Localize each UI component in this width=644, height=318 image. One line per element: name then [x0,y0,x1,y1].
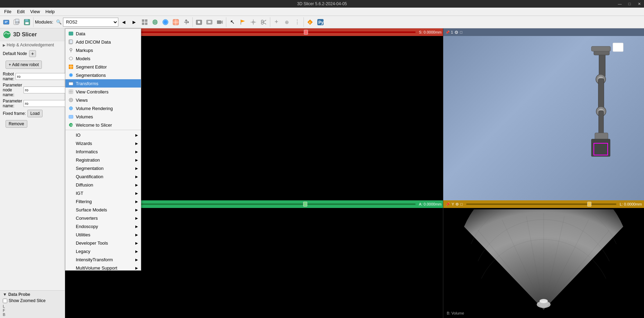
svg-rect-20 [208,21,211,23]
menu-item-wizards[interactable]: Wizards [65,139,141,147]
menu-edit[interactable]: Edit [14,8,27,15]
add-node-button[interactable]: + [29,50,36,57]
yellow-slice-slider-handle[interactable] [587,202,591,207]
svg-rect-68 [595,133,608,140]
menu-item-segmentation[interactable]: Segmentation [65,164,141,172]
more-button[interactable]: ⋮ [292,17,302,27]
green-slice-slider-handle[interactable] [303,202,307,207]
menu-item-converters[interactable]: Converters [65,214,141,222]
svg-text:W: W [70,124,73,127]
menu-item-registration[interactable]: Registration [65,156,141,164]
show-zoomed-checkbox[interactable] [3,299,7,303]
menu-item-views[interactable]: Views [65,96,141,104]
close-button[interactable]: ✕ [634,0,644,8]
menu-item-dicom[interactable]: Add DICOM Data [65,38,141,46]
menu-item-legacy[interactable]: Legacy [65,247,141,255]
menu-item-utilities[interactable]: Utilities [65,230,141,239]
modules-search-button[interactable]: 🔍 [55,19,62,26]
menu-file[interactable]: File [1,8,14,15]
views-icon [68,97,74,103]
load-data-button[interactable] [1,17,11,27]
transform-button[interactable] [181,17,191,27]
menu-item-view-controllers[interactable]: View Controllers [65,88,141,96]
robot-name-label: Robot name: [3,72,14,81]
yellow-slice-header: 📌 Y ⚙ □ L: 0.0000mm [443,200,644,208]
ultrasound-fan-svg [450,209,637,317]
seg-button[interactable] [171,17,181,27]
3d-settings-icon[interactable]: ⚙ [454,30,459,35]
param-node-row: Parameter node name: [0,82,65,98]
nav-back-button[interactable]: ◀ [119,17,129,27]
python-button[interactable]: Py [316,17,325,27]
svg-text:Py: Py [318,20,324,25]
menu-item-segment-editor[interactable]: Segment Editor [65,63,141,71]
pointer-button[interactable]: ↖ [228,17,237,27]
robot-name-input[interactable] [16,73,66,80]
menu-item-welcome[interactable]: W Welcome to Slicer [65,121,141,129]
3d-view-content[interactable] [443,36,644,200]
menu-item-volume-rendering[interactable]: Volume Rendering [65,104,141,112]
fixed-frame-label: Fixed frame: [3,111,26,116]
menu-item-data[interactable]: Data [65,29,141,38]
volume-button[interactable] [161,17,170,27]
transforms-icon [68,81,74,86]
menu-item-developer-tools[interactable]: Developer Tools [65,239,141,247]
menu-help[interactable]: Help [43,8,57,15]
video-button[interactable] [215,17,225,27]
add-robot-btn-area: + Add new robot [3,59,62,70]
menu-item-igt[interactable]: IGT [65,189,141,197]
flag-button[interactable] [238,17,248,27]
menu-item-markups[interactable]: Markups [65,46,141,54]
save-button[interactable] [22,17,32,27]
extensions-button[interactable]: E [305,17,315,27]
menu-item-models[interactable]: Models [65,54,141,63]
menu-view[interactable]: View [27,8,43,15]
plus-button[interactable]: + [272,17,281,27]
yellow-slice-value: L: 0.0000mm [620,202,642,206]
svg-point-18 [198,21,200,24]
view-controllers-icon [68,89,74,94]
menu-item-volumes[interactable]: Volumes [65,112,141,121]
screenshot-button[interactable] [205,17,214,27]
ultrasound-content[interactable]: B: Volume [443,208,644,318]
minimize-button[interactable]: — [615,0,625,8]
svg-rect-67 [599,111,604,135]
crosshair-button[interactable] [248,17,258,27]
markup-tools [194,17,226,27]
remove-button[interactable]: Remove [6,120,27,128]
svg-rect-8 [145,19,147,22]
red-slice-slider-handle[interactable] [304,30,308,35]
dcm-button[interactable]: DCM [12,17,21,27]
svg-text:E: E [309,21,311,24]
menu-item-filtering[interactable]: Filtering [65,197,141,206]
menu-item-multivolume-support[interactable]: MultiVolume Support [65,264,141,271]
menu-item-intensity-transform[interactable]: IntensityTransform [65,255,141,264]
svg-point-29 [261,22,263,24]
menu-item-endoscopy[interactable]: Endoscopy [65,222,141,230]
menu-item-quantification[interactable]: Quantification [65,172,141,181]
3d-maximize-icon[interactable]: □ [460,30,462,34]
nav-fwd-button[interactable]: ▶ [129,17,139,27]
menu-item-transforms[interactable]: Transforms [65,79,141,88]
yellow-maximize-icon[interactable]: □ [460,202,463,206]
add-robot-button[interactable]: + Add new robot [6,61,42,69]
maximize-button[interactable]: □ [625,0,634,8]
load-button[interactable]: Load [27,110,43,117]
capture-button[interactable] [194,17,204,27]
arrow-button[interactable]: ⊕ [282,17,292,27]
layout-button[interactable] [140,17,149,27]
menu-item-io[interactable]: IO [65,131,141,139]
svg-point-28 [261,20,263,22]
scissors-button[interactable] [259,17,269,27]
3d-button[interactable] [150,17,160,27]
extra-tools: + ⊕ ⋮ [272,17,304,27]
toolbar: DCM Modules: 🔍 ROS2 Welcome to Slicer Da… [0,16,644,28]
svg-rect-56 [69,115,73,118]
menu-item-surface-models[interactable]: Surface Models [65,206,141,214]
modules-select[interactable]: ROS2 Welcome to Slicer Data Transforms [63,18,118,27]
menu-item-segmentations[interactable]: Segmentations [65,71,141,79]
yellow-settings-icon[interactable]: ⚙ [455,202,459,207]
menu-item-diffusion[interactable]: Diffusion [65,181,141,189]
help-section: ▶ Help & Acknowledgement [0,41,65,49]
menu-item-informatics[interactable]: Informatics [65,147,141,156]
